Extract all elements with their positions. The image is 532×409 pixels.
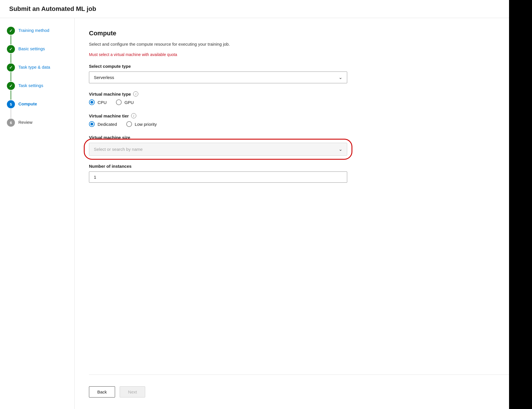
page-header: Submit an Automated ML job: [0, 0, 532, 18]
vm-type-group: Virtual machine type i CPU GPU: [89, 91, 515, 105]
sidebar-item-review[interactable]: 6 Review: [7, 119, 74, 127]
gpu-radio-outer: [116, 99, 122, 105]
page-title: Submit an Automated ML job: [9, 5, 96, 12]
main-layout: ✓ Training method ✓ Basic settings ✓: [0, 18, 532, 409]
low-priority-radio-outer: [126, 121, 132, 127]
vm-size-group: Virtual machine size Select or search by…: [89, 135, 515, 156]
back-button[interactable]: Back: [89, 386, 115, 398]
vm-tier-info-icon[interactable]: i: [131, 113, 136, 118]
button-bar: Back Next: [89, 375, 515, 398]
vm-tier-group: Virtual machine tier i Dedicated Low pri…: [89, 113, 515, 127]
instances-input[interactable]: [89, 171, 347, 183]
vm-tier-radio-group: Dedicated Low priority: [89, 121, 515, 127]
step-connector-5: [11, 109, 11, 118]
compute-type-dropdown[interactable]: Serverless ⌄: [89, 72, 347, 83]
sidebar-item-task-type-data[interactable]: ✓ Task type & data: [7, 63, 74, 82]
vm-type-radio-group: CPU GPU: [89, 99, 515, 105]
sidebar: ✓ Training method ✓ Basic settings ✓: [0, 18, 75, 409]
step-label-training-method: Training method: [18, 27, 49, 33]
step-circle-5: 5: [7, 100, 15, 108]
section-description: Select and configure the compute resourc…: [89, 42, 515, 47]
step-connector-1: [11, 35, 11, 45]
chevron-down-icon: ⌄: [339, 75, 342, 80]
cpu-radio-inner: [90, 101, 93, 104]
instances-group: Number of instances: [89, 164, 515, 183]
cpu-label: CPU: [98, 100, 107, 105]
step-label-basic-settings: Basic settings: [18, 45, 45, 51]
vm-type-cpu-option[interactable]: CPU: [89, 99, 107, 105]
step-circle-1: ✓: [7, 27, 15, 35]
step-connector-2: [11, 54, 11, 63]
vm-type-gpu-option[interactable]: GPU: [116, 99, 134, 105]
right-black-bar: [509, 0, 532, 409]
step-circle-6: 6: [7, 119, 15, 127]
gpu-label: GPU: [125, 100, 134, 105]
section-title: Compute: [89, 30, 515, 37]
vm-size-label: Virtual machine size: [89, 135, 515, 140]
compute-type-label: Select compute type: [89, 64, 515, 69]
vm-size-annotation-wrapper: Select or search by name ⌄: [89, 143, 347, 156]
sidebar-item-basic-settings[interactable]: ✓ Basic settings: [7, 45, 74, 63]
content-area: Compute Select and configure the compute…: [75, 18, 532, 409]
compute-type-group: Select compute type Serverless ⌄: [89, 64, 515, 83]
step-label-task-type-data: Task type & data: [18, 63, 50, 70]
compute-type-value: Serverless: [94, 75, 114, 80]
step-label-task-settings: Task settings: [18, 82, 43, 88]
vm-size-dropdown[interactable]: Select or search by name ⌄: [89, 143, 347, 156]
sidebar-item-task-settings[interactable]: ✓ Task settings: [7, 82, 74, 100]
sidebar-item-training-method[interactable]: ✓ Training method: [7, 27, 74, 45]
sidebar-item-compute[interactable]: 5 Compute: [7, 100, 74, 119]
dedicated-radio-inner: [90, 123, 93, 126]
instances-label: Number of instances: [89, 164, 515, 169]
vm-tier-low-priority-option[interactable]: Low priority: [126, 121, 157, 127]
step-circle-3: ✓: [7, 63, 15, 72]
low-priority-label: Low priority: [135, 122, 157, 127]
step-connector-3: [11, 72, 11, 81]
vm-type-info-icon[interactable]: i: [133, 91, 138, 97]
dedicated-label: Dedicated: [98, 122, 117, 127]
vm-size-chevron-icon: ⌄: [339, 146, 342, 152]
step-circle-4: ✓: [7, 82, 15, 90]
vm-tier-dedicated-option[interactable]: Dedicated: [89, 121, 117, 127]
step-label-review: Review: [18, 119, 32, 125]
vm-tier-label: Virtual machine tier i: [89, 113, 515, 118]
step-circle-2: ✓: [7, 45, 15, 53]
next-button[interactable]: Next: [120, 386, 145, 398]
error-message: Must select a virtual machine with avail…: [89, 52, 515, 57]
cpu-radio-outer: [89, 99, 95, 105]
step-label-compute: Compute: [18, 100, 37, 106]
vm-size-placeholder: Select or search by name: [94, 147, 143, 152]
dedicated-radio-outer: [89, 121, 95, 127]
step-connector-4: [11, 90, 11, 100]
vm-type-label: Virtual machine type i: [89, 91, 515, 97]
